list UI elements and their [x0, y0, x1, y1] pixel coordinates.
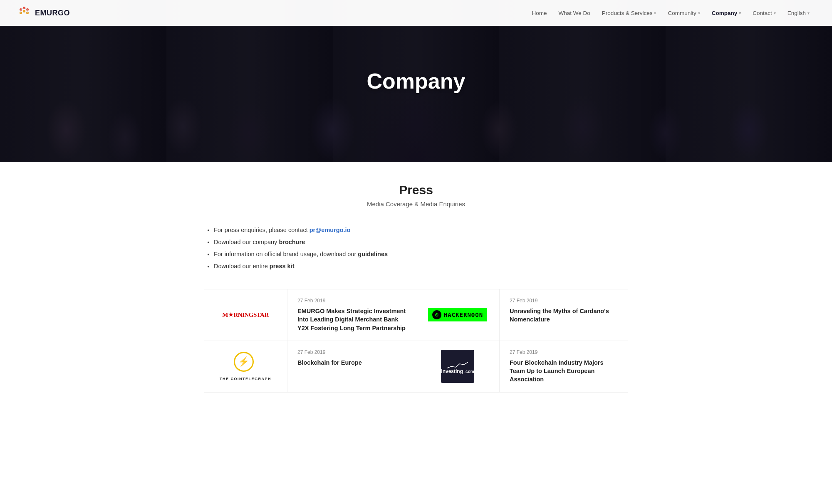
news-article-3-headline: Blockchain for Europe	[297, 358, 406, 367]
cointelegraph-bolt: ⚡	[238, 356, 249, 367]
cointelegraph-logo-cell: ⚡ THE COINTELEGRAPH	[204, 341, 287, 393]
press-header: Press Media Coverage & Media Enquiries	[204, 183, 628, 208]
morningstar-logo: M ★ RNINGSTAR	[222, 311, 269, 319]
logo-link[interactable]: EMURGO	[17, 5, 70, 20]
nav-link-community[interactable]: Community ▾	[662, 0, 706, 26]
investing-chart-icon	[447, 361, 468, 369]
guidelines-link[interactable]: guidelines	[358, 251, 388, 257]
news-article-1: 27 Feb 2019 EMURGO Makes Strategic Inves…	[287, 289, 416, 341]
press-bullet-3: For information on official brand usage,…	[214, 248, 628, 260]
investing-logo: Investing .com	[441, 350, 474, 383]
news-article-3: 27 Feb 2019 Blockchain for Europe	[287, 341, 416, 393]
press-bullet-1: For press enquiries, please contact pr@e…	[214, 224, 628, 236]
press-kit-link[interactable]: press kit	[270, 263, 295, 269]
press-bullet-4: Download our entire press kit	[214, 260, 628, 272]
news-article-4-headline: Four Blockchain Industry Majors Team Up …	[510, 358, 618, 384]
press-title: Press	[204, 183, 628, 197]
hackernoon-text: HACKERNOON	[444, 311, 483, 318]
press-email-link[interactable]: pr@emurgo.io	[310, 227, 351, 233]
svg-point-4	[23, 10, 25, 12]
investing-text: Investing .com	[441, 369, 474, 374]
news-article-4: 27 Feb 2019 Four Blockchain Industry Maj…	[499, 341, 628, 393]
press-subtitle: Media Coverage & Media Enquiries	[204, 200, 628, 208]
press-bullet-1-text: For press enquiries, please contact	[214, 227, 310, 233]
cointelegraph-logo: ⚡ THE COINTELEGRAPH	[220, 352, 271, 381]
emurgo-logo-icon	[17, 5, 32, 20]
news-article-2: 27 Feb 2019 Unraveling the Myths of Card…	[499, 289, 628, 341]
products-caret: ▾	[654, 11, 656, 15]
press-bullet-2: Download our company brochure	[214, 236, 628, 248]
nav-link-home[interactable]: Home	[526, 0, 553, 26]
nav-item-products[interactable]: Products & Services ▾	[596, 0, 662, 26]
news-article-1-link[interactable]: EMURGO Makes Strategic Investment Into L…	[297, 308, 406, 331]
news-article-4-link[interactable]: Four Blockchain Industry Majors Team Up …	[510, 359, 604, 383]
hackernoon-logo-cell: ⏱ HACKERNOON	[416, 289, 499, 341]
cointelegraph-icon: ⚡	[234, 352, 257, 375]
cointelegraph-name: THE COINTELEGRAPH	[220, 377, 271, 381]
nav-item-what-we-do[interactable]: What We Do	[553, 0, 596, 26]
hero-title: Company	[367, 69, 466, 94]
main-nav: Home What We Do Products & Services ▾ Co…	[526, 0, 815, 26]
nav-link-contact[interactable]: Contact ▾	[747, 0, 782, 26]
news-article-3-date: 27 Feb 2019	[297, 349, 406, 355]
news-article-1-headline: EMURGO Makes Strategic Investment Into L…	[297, 307, 406, 332]
main-content: Press Media Coverage & Media Enquiries F…	[187, 162, 645, 418]
company-caret: ▾	[739, 11, 741, 15]
news-article-3-link[interactable]: Blockchain for Europe	[297, 359, 362, 366]
investing-logo-cell: Investing .com	[416, 341, 499, 393]
community-caret: ▾	[698, 11, 700, 15]
hackernoon-icon: ⏱	[432, 310, 441, 319]
nav-item-home[interactable]: Home	[526, 0, 553, 26]
news-article-2-link[interactable]: Unraveling the Myths of Cardano's Nomenc…	[510, 308, 609, 323]
news-article-4-date: 27 Feb 2019	[510, 349, 618, 355]
nav-link-what-we-do[interactable]: What We Do	[553, 0, 596, 26]
nav-item-company[interactable]: Company ▾	[706, 0, 747, 26]
nav-item-english[interactable]: English ▾	[782, 0, 815, 26]
news-article-2-headline: Unraveling the Myths of Cardano's Nomenc…	[510, 307, 618, 324]
nav-link-products[interactable]: Products & Services ▾	[596, 0, 662, 26]
logo-text: EMURGO	[35, 9, 70, 17]
nav-link-company[interactable]: Company ▾	[706, 0, 747, 26]
nav-item-contact[interactable]: Contact ▾	[747, 0, 782, 26]
news-grid: M ★ RNINGSTAR 27 Feb 2019 EMURGO Makes S…	[204, 289, 628, 393]
news-article-2-date: 27 Feb 2019	[510, 298, 618, 304]
english-caret: ▾	[807, 11, 810, 15]
morningstar-logo-cell: M ★ RNINGSTAR	[204, 289, 287, 341]
nav-link-english[interactable]: English ▾	[782, 0, 815, 26]
morningstar-star: ★	[228, 311, 233, 318]
contact-caret: ▾	[774, 11, 776, 15]
nav-item-community[interactable]: Community ▾	[662, 0, 706, 26]
brochure-link[interactable]: brochure	[279, 239, 305, 245]
news-article-1-date: 27 Feb 2019	[297, 298, 406, 304]
navbar: EMURGO Home What We Do Products & Servic…	[0, 0, 832, 26]
press-bullet-list: For press enquiries, please contact pr@e…	[204, 224, 628, 272]
hackernoon-logo: ⏱ HACKERNOON	[428, 308, 487, 321]
